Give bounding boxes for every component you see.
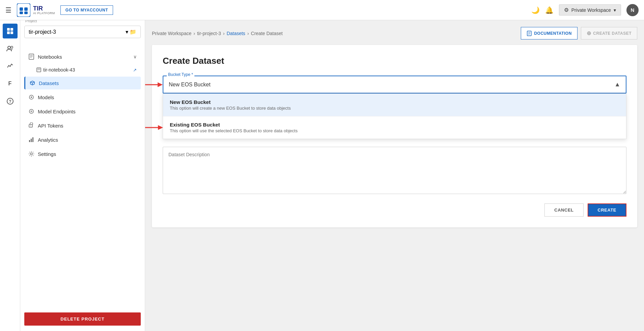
create-button[interactable]: CREATE <box>588 203 626 217</box>
breadcrumb-workspace: Private Workspace <box>152 31 191 36</box>
dataset-description-input[interactable] <box>163 147 626 194</box>
nav-item-api-tokens[interactable]: API Tokens <box>24 119 141 132</box>
nav-item-settings[interactable]: Settings <box>24 147 141 160</box>
svg-rect-6 <box>10 28 13 31</box>
svg-rect-2 <box>24 7 28 11</box>
nav-item-model-endpoints[interactable]: Model Endpoints <box>24 105 141 118</box>
breadcrumb-sep1: › <box>193 31 195 36</box>
red-arrow-2 <box>145 122 163 133</box>
breadcrumb-project: tir-project-3 <box>197 31 221 36</box>
sidebar-icon-datasets[interactable] <box>3 24 18 38</box>
menu-icon[interactable]: ☰ <box>5 6 11 14</box>
model-endpoints-label: Model Endpoints <box>38 109 76 114</box>
svg-rect-8 <box>10 31 13 34</box>
nav-item-analytics[interactable]: Analytics <box>24 133 141 146</box>
form-title: Create Dataset <box>163 56 626 66</box>
existing-eos-desc: This option will use the selected EOS Bu… <box>170 128 619 133</box>
dark-mode-icon[interactable]: 🌙 <box>531 6 540 14</box>
endpoints-icon <box>28 108 34 114</box>
analytics-label: Analytics <box>38 137 58 143</box>
users-icon <box>6 45 14 52</box>
datasets-icon <box>6 27 14 35</box>
svg-rect-7 <box>7 31 10 34</box>
svg-point-27 <box>30 126 31 126</box>
nav-item-datasets[interactable]: Datasets <box>24 77 141 89</box>
svg-rect-5 <box>7 28 10 31</box>
svg-rect-28 <box>29 140 30 142</box>
go-myaccount-button[interactable]: GO TO MYACCOUNT <box>60 5 113 15</box>
svg-rect-4 <box>24 11 28 14</box>
avatar[interactable]: N <box>626 4 639 16</box>
file-icon <box>36 67 41 72</box>
settings-label: Settings <box>38 151 56 157</box>
logo-text-group: TIR AI PLATFORM <box>33 5 55 15</box>
nav-item-notebooks[interactable]: Notebooks ∨ <box>24 50 141 63</box>
notebooks-label: Notebooks <box>38 54 62 60</box>
create-dataset-header-button: ⊕ CREATE DATASET <box>581 27 637 39</box>
svg-marker-37 <box>158 82 163 87</box>
dropdown-option-new-eos[interactable]: New EOS Bucket This option will create a… <box>163 94 626 116</box>
notebook-item-label: tir-notebook-43 <box>43 67 75 73</box>
svg-point-10 <box>11 46 13 48</box>
header-left: ☰ TIR AI PLATFORM GO TO MYACCOUNT <box>5 3 113 17</box>
bucket-type-select[interactable]: New EOS Bucket ▲ <box>163 76 626 93</box>
notebooks-expand-icon[interactable]: ∨ <box>133 54 137 59</box>
icon-sidebar: F ? <box>0 20 20 331</box>
plus-icon: ⊕ <box>587 30 591 36</box>
doc-icon <box>527 31 532 36</box>
workspace-dropdown-icon: ▾ <box>614 7 616 13</box>
form-actions: CANCEL CREATE <box>163 203 626 217</box>
project-dropdown-arrow[interactable]: ▾ <box>126 29 128 35</box>
project-actions: ▾ 📁 <box>126 29 136 35</box>
breadcrumb-current: Create Dataset <box>251 31 283 36</box>
breadcrumb-sep2: › <box>223 31 225 36</box>
api-tokens-label: API Tokens <box>38 123 63 129</box>
datasets-nav-icon <box>29 80 35 86</box>
svg-marker-39 <box>158 125 163 130</box>
analytics-nav-icon <box>28 137 34 143</box>
delete-project-button[interactable]: DELETE PROJECT <box>24 312 141 326</box>
svg-point-9 <box>8 46 10 49</box>
svg-rect-29 <box>31 139 32 142</box>
create-dataset-form: Create Dataset Bucket Type * New EOS Buc… <box>152 45 637 227</box>
sidebar-icon-f[interactable]: F <box>3 76 18 91</box>
project-name: tir-project-3 <box>29 29 56 35</box>
cancel-button[interactable]: CANCEL <box>544 203 583 217</box>
dropdown-option-existing-eos[interactable]: Existing EOS Bucket This option will use… <box>163 116 626 139</box>
existing-eos-title: Existing EOS Bucket <box>170 122 619 128</box>
external-link-icon[interactable]: ↗ <box>133 67 137 73</box>
bucket-type-label: Bucket Type * <box>167 72 194 77</box>
breadcrumb-datasets[interactable]: Datasets <box>226 31 245 36</box>
sidebar-icon-analytics[interactable] <box>3 59 18 74</box>
api-tokens-icon <box>28 122 34 129</box>
breadcrumb-actions: DOCUMENTATION ⊕ CREATE DATASET <box>521 27 637 39</box>
project-selector[interactable]: tir-project-3 ▾ 📁 <box>24 26 141 38</box>
settings-icon <box>28 151 34 157</box>
workspace-selector[interactable]: ⚙ Private Workspace ▾ <box>559 4 621 16</box>
logo-title: TIR <box>33 5 55 11</box>
main-content: Private Workspace › tir-project-3 › Data… <box>145 20 644 331</box>
svg-rect-1 <box>20 7 23 11</box>
project-folder-icon[interactable]: 📁 <box>130 29 136 35</box>
breadcrumb-bar: Private Workspace › tir-project-3 › Data… <box>152 27 637 39</box>
datasets-nav-label: Datasets <box>39 80 59 86</box>
sidebar-icon-help[interactable]: ? <box>3 94 18 109</box>
sidebar-icon-users[interactable] <box>3 41 18 56</box>
models-label: Models <box>38 94 54 100</box>
project-selector-wrap: Project tir-project-3 ▾ 📁 <box>24 26 141 42</box>
svg-point-25 <box>31 111 32 112</box>
select-arrow-icon: ▲ <box>614 81 620 88</box>
nav-sub-notebook[interactable]: tir-notebook-43 ↗ <box>24 64 141 75</box>
svg-rect-3 <box>20 11 23 14</box>
workspace-label: Private Workspace <box>571 7 611 13</box>
help-icon: ? <box>6 98 14 105</box>
logo: TIR AI PLATFORM <box>17 3 55 17</box>
svg-rect-0 <box>17 3 30 17</box>
nav-item-models[interactable]: Models <box>24 91 141 104</box>
notebook-icon <box>28 54 34 60</box>
notifications-icon[interactable]: 🔔 <box>545 6 554 14</box>
selected-bucket-type: New EOS Bucket <box>169 82 211 88</box>
workspace-icon: ⚙ <box>564 7 569 13</box>
documentation-button[interactable]: DOCUMENTATION <box>521 27 577 39</box>
main-layout: F ? Project tir-project-3 ▾ 📁 <box>0 20 644 331</box>
